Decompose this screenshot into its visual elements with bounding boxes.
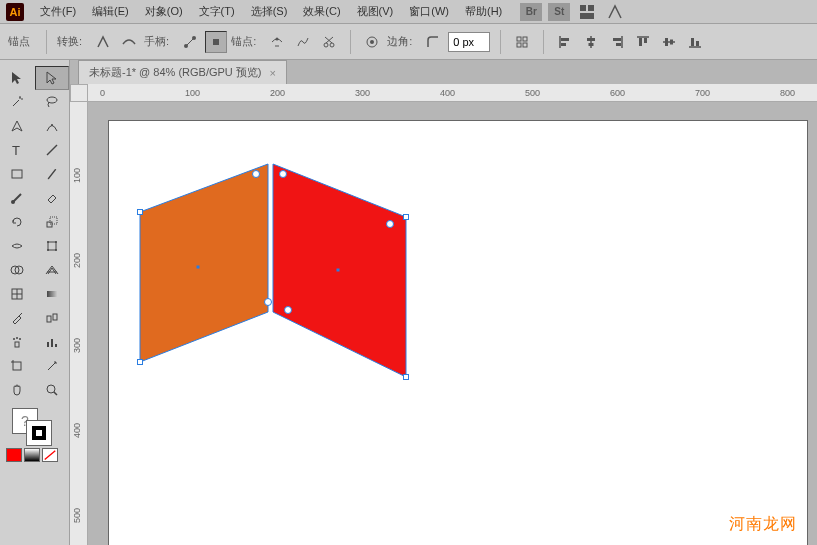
bbox-handle[interactable] (137, 359, 143, 365)
magic-wand-tool[interactable] (0, 90, 35, 114)
hand-tool[interactable] (0, 378, 35, 402)
swatch-none[interactable] (42, 448, 58, 462)
rectangle-tool[interactable] (0, 162, 35, 186)
connect-anchor-icon[interactable] (292, 31, 314, 53)
svg-line-38 (47, 145, 57, 155)
menu-help[interactable]: 帮助(H) (459, 2, 508, 21)
document-tab[interactable]: 未标题-1* @ 84% (RGB/GPU 预览) × (78, 60, 287, 84)
align-top-icon[interactable] (632, 31, 654, 53)
anchor-point[interactable] (279, 170, 287, 178)
shape-left[interactable] (140, 164, 268, 362)
anchor-point[interactable] (386, 220, 394, 228)
svg-point-66 (47, 385, 55, 393)
menu-file[interactable]: 文件(F) (34, 2, 82, 21)
rotate-tool[interactable] (0, 210, 35, 234)
menu-edit[interactable]: 编辑(E) (86, 2, 135, 21)
control-bar: 锚点 转换: 手柄: 锚点: 边角: (0, 24, 817, 60)
isolate-icon[interactable] (361, 31, 383, 53)
width-tool[interactable] (0, 234, 35, 258)
anchor-point[interactable] (252, 170, 260, 178)
align-left-icon[interactable] (554, 31, 576, 53)
shaper-tool[interactable] (0, 186, 35, 210)
convert-label: 转换: (57, 34, 82, 49)
center-point (337, 269, 340, 272)
symbol-sprayer-tool[interactable] (0, 330, 35, 354)
tab-close-icon[interactable]: × (270, 67, 276, 79)
eyedropper-tool[interactable] (0, 306, 35, 330)
pen-tool[interactable] (0, 114, 35, 138)
center-point (197, 266, 200, 269)
bbox-handle[interactable] (137, 209, 143, 215)
blend-tool[interactable] (35, 306, 70, 330)
mesh-tool[interactable] (0, 282, 35, 306)
artboard-tool[interactable] (0, 354, 35, 378)
svg-point-36 (51, 124, 53, 126)
convert-corner-icon[interactable] (92, 31, 114, 53)
corner-label: 边角: (387, 34, 412, 49)
arrange-docs-icon[interactable] (576, 1, 598, 23)
selected-shapes[interactable] (128, 152, 418, 382)
stroke-chip[interactable] (26, 420, 52, 446)
menu-window[interactable]: 窗口(W) (403, 2, 455, 21)
toolbox: T ? (0, 60, 70, 545)
fill-stroke-chips[interactable]: ? (0, 406, 69, 446)
svg-text:T: T (12, 143, 20, 158)
hide-handles-icon[interactable] (205, 31, 227, 53)
align-bottom-icon[interactable] (684, 31, 706, 53)
menu-effect[interactable]: 效果(C) (297, 2, 346, 21)
anchor-point[interactable] (264, 298, 272, 306)
swatch-color[interactable] (6, 448, 22, 462)
bbox-handle[interactable] (403, 374, 409, 380)
stock-button[interactable]: St (548, 3, 570, 21)
type-tool[interactable]: T (0, 138, 35, 162)
svg-rect-18 (561, 38, 569, 41)
show-handles-icon[interactable] (179, 31, 201, 53)
svg-rect-43 (48, 242, 56, 250)
direct-selection-tool[interactable] (35, 66, 70, 90)
shape-builder-tool[interactable] (0, 258, 35, 282)
perspective-grid-tool[interactable] (35, 258, 70, 282)
slice-tool[interactable] (35, 354, 70, 378)
eraser-tool[interactable] (35, 186, 70, 210)
scale-tool[interactable] (35, 210, 70, 234)
svg-rect-27 (639, 38, 642, 46)
svg-rect-16 (523, 43, 527, 47)
graph-tool[interactable] (35, 330, 70, 354)
bridge-button[interactable]: Br (520, 3, 542, 21)
gpu-icon[interactable] (604, 1, 626, 23)
anchors-label: 锚点: (231, 34, 256, 49)
svg-rect-33 (691, 38, 694, 46)
paintbrush-tool[interactable] (35, 162, 70, 186)
svg-rect-21 (587, 38, 595, 41)
ruler-vertical[interactable]: 100 200 300 400 500 (70, 102, 88, 545)
align-vcenter-icon[interactable] (658, 31, 680, 53)
line-tool[interactable] (35, 138, 70, 162)
free-transform-tool[interactable] (35, 234, 70, 258)
anchor-point[interactable] (284, 306, 292, 314)
canvas[interactable]: 河南龙网 (88, 102, 817, 545)
menu-object[interactable]: 对象(O) (139, 2, 189, 21)
ruler-origin[interactable] (70, 84, 88, 102)
curvature-tool[interactable] (35, 114, 70, 138)
swatch-gradient[interactable] (24, 448, 40, 462)
bbox-handle[interactable] (403, 214, 409, 220)
selection-tool[interactable] (0, 66, 35, 90)
svg-rect-13 (517, 37, 521, 41)
align-to-icon[interactable] (511, 31, 533, 53)
ruler-horizontal[interactable]: 0 100 200 300 400 500 600 700 800 (88, 84, 817, 102)
cut-path-icon[interactable] (318, 31, 340, 53)
menu-type[interactable]: 文字(T) (193, 2, 241, 21)
align-right-icon[interactable] (606, 31, 628, 53)
shape-right[interactable] (273, 164, 406, 377)
convert-smooth-icon[interactable] (118, 31, 140, 53)
remove-anchor-icon[interactable] (266, 31, 288, 53)
corner-radius-input[interactable] (448, 32, 490, 52)
menu-view[interactable]: 视图(V) (351, 2, 400, 21)
corner-type-icon[interactable] (422, 31, 444, 53)
menu-select[interactable]: 选择(S) (245, 2, 294, 21)
lasso-tool[interactable] (35, 90, 70, 114)
svg-rect-61 (51, 339, 53, 347)
align-hcenter-icon[interactable] (580, 31, 602, 53)
gradient-tool[interactable] (35, 282, 70, 306)
zoom-tool[interactable] (35, 378, 70, 402)
